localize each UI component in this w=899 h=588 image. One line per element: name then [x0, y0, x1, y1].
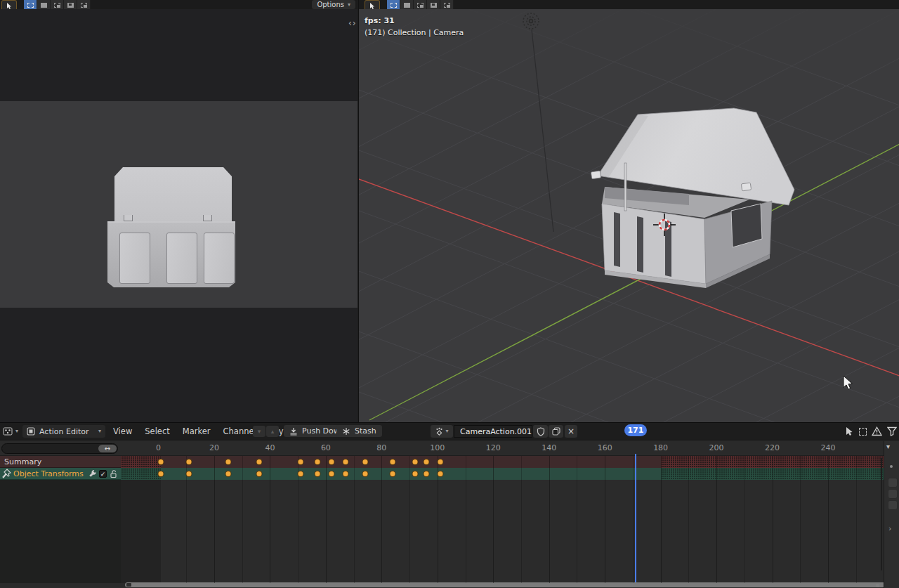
viewport-perspective[interactable]: fps: 31 (171) Collection | Camera	[358, 0, 899, 422]
action-name-field[interactable]: CameraAction.001	[454, 425, 532, 438]
keyframe-dot[interactable]	[390, 471, 396, 477]
editor-type-selector[interactable]: ▾	[3, 425, 18, 438]
hinge-left	[591, 171, 601, 179]
scrollbar-zoom-handle[interactable]: ↔	[98, 445, 117, 452]
keyframe-dot[interactable]	[362, 459, 368, 465]
keyframe-dot[interactable]	[314, 471, 320, 477]
dot-handle	[890, 465, 893, 468]
timeline-ruler[interactable]: 020406080100120140160180200220240	[0, 441, 899, 456]
view-status-overlay: (171) Collection | Camera	[365, 28, 464, 37]
scrollbar-handle[interactable]	[126, 583, 131, 587]
select-mode-set-button[interactable]	[387, 0, 400, 9]
select-mode-extend-button[interactable]	[400, 0, 414, 9]
filter-funnel-icon[interactable]	[887, 426, 897, 436]
channel-scrollbar[interactable]: ↔	[1, 443, 118, 454]
specials-group: ▾ ▴	[253, 425, 279, 438]
dot-handle	[876, 584, 879, 587]
menu-marker[interactable]: Marker	[176, 426, 217, 436]
keyframe-dot[interactable]	[158, 459, 164, 465]
keyframe-dot[interactable]	[437, 459, 443, 465]
normalize-region-icon[interactable]	[859, 428, 867, 436]
menu-view[interactable]: View	[107, 426, 138, 436]
unlocked-padlock-icon[interactable]	[110, 469, 118, 478]
select-mode-invert-button[interactable]	[64, 0, 77, 9]
keyframe-dot[interactable]	[298, 471, 304, 477]
keyframe-dot[interactable]	[158, 471, 164, 477]
chevron-right-icon[interactable]: ›	[888, 524, 891, 533]
ruler-tick-label: 60	[321, 443, 331, 452]
select-mode-set-button[interactable]	[24, 0, 37, 9]
select-subtract-icon	[417, 3, 424, 8]
ruler-tick-label: 20	[209, 443, 219, 452]
keyframe-dot[interactable]	[342, 471, 348, 477]
select-mode-extend-button[interactable]	[37, 0, 51, 9]
unlink-action-button[interactable]: ×	[565, 425, 577, 438]
keyframe-dot[interactable]	[328, 459, 334, 465]
keyframe-dot[interactable]	[423, 471, 429, 477]
select-mode-intersect-button[interactable]	[440, 0, 454, 9]
keyframe-dot[interactable]	[437, 471, 443, 477]
keyframe-dot[interactable]	[314, 459, 320, 465]
keyframe-dot[interactable]	[256, 471, 262, 477]
new-action-button[interactable]	[549, 425, 563, 438]
current-frame-badge[interactable]: 171	[624, 424, 647, 436]
out-of-range-shade	[121, 468, 161, 480]
channel-label-object-transforms[interactable]: Object Transforms ✓	[0, 468, 121, 480]
viewport-camera[interactable]: Options ▾	[0, 0, 357, 422]
keyframe-dot[interactable]	[362, 471, 368, 477]
pin-icon[interactable]	[1, 469, 11, 478]
editor-mode-dropdown[interactable]: Action Editor ▾	[22, 425, 105, 438]
channel-label-summary[interactable]: Summary	[0, 456, 121, 468]
shield-icon	[537, 427, 545, 436]
channel-name: Summary	[4, 457, 41, 466]
tweak-tool-button[interactable]	[365, 0, 380, 9]
options-dropdown[interactable]: Options ▾	[312, 0, 355, 9]
chevron-down-icon[interactable]: ▾	[886, 443, 890, 450]
modifier-wrench-icon[interactable]	[88, 469, 97, 478]
keyframe-dot[interactable]	[390, 459, 396, 465]
keyframe-dot[interactable]	[186, 459, 192, 465]
duplicate-icon	[552, 427, 560, 436]
stash-snowflake-icon	[342, 427, 350, 436]
vertical-scrollbar[interactable]	[881, 458, 882, 570]
move-up-button[interactable]: ▴	[266, 426, 279, 437]
chest-model-3d[interactable]	[591, 108, 794, 288]
area-resize-handle[interactable]: ‹›	[348, 18, 357, 28]
playhead-line[interactable]	[635, 454, 636, 583]
keyframe-dot[interactable]	[423, 459, 429, 465]
menu-select[interactable]: Select	[138, 426, 176, 436]
select-mode-subtract-button[interactable]	[51, 0, 64, 9]
keyframe-dot[interactable]	[256, 459, 262, 465]
keyframe-dot[interactable]	[186, 471, 192, 477]
fake-user-button[interactable]	[533, 425, 548, 438]
select-mode-intersect-button[interactable]	[77, 0, 91, 9]
keyframe-dot[interactable]	[412, 471, 419, 477]
dope-sheet-icon	[3, 426, 14, 436]
frame-gridline	[633, 456, 634, 583]
keyframe-dot[interactable]	[298, 459, 304, 465]
keyframe-dot[interactable]	[342, 459, 348, 465]
keyframe-dot[interactable]	[412, 459, 419, 465]
select-mode-subtract-button[interactable]	[414, 0, 427, 9]
ruler-tick-label: 240	[821, 443, 836, 452]
panel-tab[interactable]	[888, 489, 898, 499]
stash-button[interactable]: Stash	[336, 425, 382, 437]
dope-sheet-editor[interactable]: ▾ Action Editor ▾ ViewSelectMarkerChanne…	[0, 422, 899, 588]
keyframe-dot[interactable]	[225, 459, 231, 465]
select-extend-icon	[41, 3, 47, 8]
panel-tab[interactable]	[888, 500, 898, 510]
editor-mode-label: Action Editor	[39, 427, 94, 436]
select-mode-invert-button[interactable]	[427, 0, 440, 9]
close-icon: ×	[567, 426, 575, 436]
tweak-tool-button[interactable]	[1, 0, 17, 9]
frame-gridline	[605, 456, 605, 583]
horizontal-scrollbar[interactable]	[125, 582, 890, 587]
action-browse-button[interactable]: ▾	[431, 425, 453, 438]
panel-tab[interactable]	[888, 478, 898, 488]
keyframe-dot[interactable]	[328, 471, 334, 477]
selection-cursor-icon[interactable]	[845, 426, 854, 436]
move-down-button[interactable]: ▾	[253, 426, 265, 437]
keyframe-dot[interactable]	[225, 471, 231, 477]
mute-checkbox[interactable]: ✓	[99, 470, 107, 478]
warning-icon[interactable]	[872, 426, 882, 436]
